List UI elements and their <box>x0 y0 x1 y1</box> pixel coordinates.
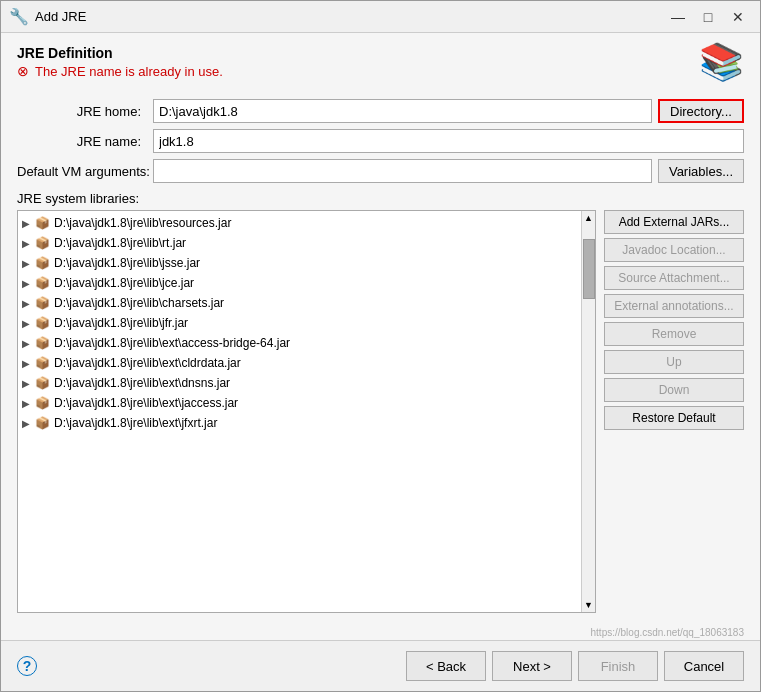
expand-arrow: ▶ <box>22 258 30 269</box>
jre-name-label: JRE name: <box>17 134 147 149</box>
jre-home-label: JRE home: <box>17 104 147 119</box>
default-vm-input[interactable] <box>153 159 652 183</box>
scrollbar[interactable]: ▲ ▼ <box>581 211 595 612</box>
dialog-content: JRE Definition ⊗ The JRE name is already… <box>1 33 760 625</box>
jar-path: D:\java\jdk1.8\jre\lib\charsets.jar <box>54 296 224 310</box>
next-button[interactable]: Next > <box>492 651 572 681</box>
window-title: Add JRE <box>35 9 658 24</box>
books-decoration: 📚 <box>699 41 744 83</box>
cancel-button[interactable]: Cancel <box>664 651 744 681</box>
jre-home-input[interactable] <box>153 99 652 123</box>
directory-button[interactable]: Directory... <box>658 99 744 123</box>
libraries-list-container: ▶ 📦 D:\java\jdk1.8\jre\lib\resources.jar… <box>17 210 596 613</box>
window-icon: 🔧 <box>9 7 29 26</box>
footer-buttons: < Back Next > Finish Cancel <box>406 651 744 681</box>
jar-path: D:\java\jdk1.8\jre\lib\rt.jar <box>54 236 186 250</box>
jar-path: D:\java\jdk1.8\jre\lib\ext\jaccess.jar <box>54 396 238 410</box>
libraries-section: JRE system libraries: ▶ 📦 D:\java\jdk1.8… <box>17 191 744 613</box>
minimize-button[interactable]: — <box>664 6 692 28</box>
jar-icon: 📦 <box>34 255 50 271</box>
expand-arrow: ▶ <box>22 218 30 229</box>
external-annotations-button[interactable]: External annotations... <box>604 294 744 318</box>
jar-icon: 📦 <box>34 335 50 351</box>
error-message-row: ⊗ The JRE name is already in use. <box>17 63 223 79</box>
list-item[interactable]: ▶ 📦 D:\java\jdk1.8\jre\lib\rt.jar <box>18 233 581 253</box>
list-item[interactable]: ▶ 📦 D:\java\jdk1.8\jre\lib\jce.jar <box>18 273 581 293</box>
list-item[interactable]: ▶ 📦 D:\java\jdk1.8\jre\lib\jfr.jar <box>18 313 581 333</box>
list-item[interactable]: ▶ 📦 D:\java\jdk1.8\jre\lib\ext\dnsns.jar <box>18 373 581 393</box>
jar-path: D:\java\jdk1.8\jre\lib\ext\dnsns.jar <box>54 376 230 390</box>
jar-path: D:\java\jdk1.8\jre\lib\resources.jar <box>54 216 231 230</box>
list-item[interactable]: ▶ 📦 D:\java\jdk1.8\jre\lib\ext\jaccess.j… <box>18 393 581 413</box>
list-item[interactable]: ▶ 📦 D:\java\jdk1.8\jre\lib\ext\access-br… <box>18 333 581 353</box>
finish-button[interactable]: Finish <box>578 651 658 681</box>
javadoc-location-button[interactable]: Javadoc Location... <box>604 238 744 262</box>
jre-name-input[interactable] <box>153 129 744 153</box>
back-button[interactable]: < Back <box>406 651 486 681</box>
error-message: The JRE name is already in use. <box>35 64 223 79</box>
section-title: JRE Definition <box>17 45 223 61</box>
jar-icon: 📦 <box>34 275 50 291</box>
expand-arrow: ▶ <box>22 298 30 309</box>
jar-icon: 📦 <box>34 355 50 371</box>
jar-path: D:\java\jdk1.8\jre\lib\jfr.jar <box>54 316 188 330</box>
add-external-jars-button[interactable]: Add External JARs... <box>604 210 744 234</box>
footer: ? < Back Next > Finish Cancel <box>1 640 760 691</box>
default-vm-label: Default VM arguments: <box>17 164 147 179</box>
up-button[interactable]: Up <box>604 350 744 374</box>
maximize-button[interactable]: □ <box>694 6 722 28</box>
variables-button[interactable]: Variables... <box>658 159 744 183</box>
jar-icon: 📦 <box>34 395 50 411</box>
jar-path: D:\java\jdk1.8\jre\lib\ext\cldrdata.jar <box>54 356 241 370</box>
libraries-list: ▶ 📦 D:\java\jdk1.8\jre\lib\resources.jar… <box>18 211 581 612</box>
jar-icon: 📦 <box>34 295 50 311</box>
scroll-up-btn[interactable]: ▲ <box>582 211 596 225</box>
jar-icon: 📦 <box>34 235 50 251</box>
help-button[interactable]: ? <box>17 656 37 676</box>
list-item[interactable]: ▶ 📦 D:\java\jdk1.8\jre\lib\jsse.jar <box>18 253 581 273</box>
expand-arrow: ▶ <box>22 418 30 429</box>
jar-icon: 📦 <box>34 315 50 331</box>
source-attachment-button[interactable]: Source Attachment... <box>604 266 744 290</box>
form-grid: JRE home: Directory... JRE name: Default… <box>17 99 744 183</box>
list-item[interactable]: ▶ 📦 D:\java\jdk1.8\jre\lib\resources.jar <box>18 213 581 233</box>
list-item[interactable]: ▶ 📦 D:\java\jdk1.8\jre\lib\ext\jfxrt.jar <box>18 413 581 433</box>
main-window: 🔧 Add JRE — □ ✕ JRE Definition ⊗ The JRE… <box>0 0 761 692</box>
expand-arrow: ▶ <box>22 358 30 369</box>
scroll-down-btn[interactable]: ▼ <box>582 598 596 612</box>
remove-button[interactable]: Remove <box>604 322 744 346</box>
watermark: https://blog.csdn.net/qq_18063183 <box>1 625 760 640</box>
jar-path: D:\java\jdk1.8\jre\lib\jce.jar <box>54 276 194 290</box>
expand-arrow: ▶ <box>22 338 30 349</box>
libraries-row: ▶ 📦 D:\java\jdk1.8\jre\lib\resources.jar… <box>17 210 744 613</box>
expand-arrow: ▶ <box>22 318 30 329</box>
titlebar-buttons: — □ ✕ <box>664 6 752 28</box>
expand-arrow: ▶ <box>22 238 30 249</box>
expand-arrow: ▶ <box>22 378 30 389</box>
jar-icon: 📦 <box>34 215 50 231</box>
close-button[interactable]: ✕ <box>724 6 752 28</box>
down-button[interactable]: Down <box>604 378 744 402</box>
list-item[interactable]: ▶ 📦 D:\java\jdk1.8\jre\lib\charsets.jar <box>18 293 581 313</box>
library-buttons: Add External JARs... Javadoc Location...… <box>604 210 744 613</box>
restore-default-button[interactable]: Restore Default <box>604 406 744 430</box>
error-icon: ⊗ <box>17 63 29 79</box>
jar-icon: 📦 <box>34 375 50 391</box>
jar-path: D:\java\jdk1.8\jre\lib\ext\jfxrt.jar <box>54 416 217 430</box>
jar-path: D:\java\jdk1.8\jre\lib\ext\access-bridge… <box>54 336 290 350</box>
jar-icon: 📦 <box>34 415 50 431</box>
libraries-label: JRE system libraries: <box>17 191 744 206</box>
jar-path: D:\java\jdk1.8\jre\lib\jsse.jar <box>54 256 200 270</box>
expand-arrow: ▶ <box>22 278 30 289</box>
expand-arrow: ▶ <box>22 398 30 409</box>
titlebar: 🔧 Add JRE — □ ✕ <box>1 1 760 33</box>
list-item[interactable]: ▶ 📦 D:\java\jdk1.8\jre\lib\ext\cldrdata.… <box>18 353 581 373</box>
scroll-thumb[interactable] <box>583 239 595 299</box>
